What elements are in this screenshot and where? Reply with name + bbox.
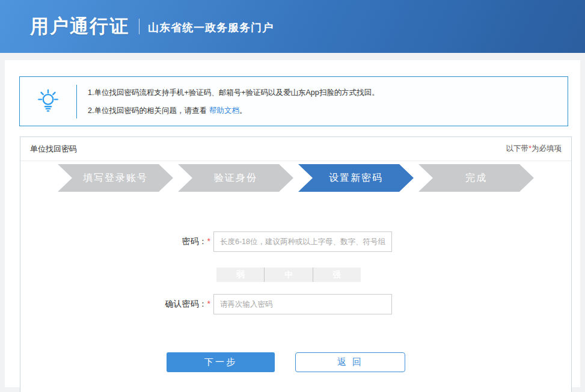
confirm-password-row: 确认密码：* (120, 294, 571, 314)
password-row: 密码：* (120, 231, 571, 252)
password-input[interactable] (213, 231, 392, 252)
password-strength-indicator: 弱 中 强 (216, 268, 361, 282)
panel-title: 单位找回密码 (30, 144, 77, 155)
new-password-form: 密码：* 弱 中 强 确认密码：* 下一步 返 回 (20, 231, 571, 372)
strength-weak: 弱 (216, 268, 264, 282)
confirm-password-label: 确认密码：* (120, 299, 213, 310)
lightbulb-icon (20, 87, 76, 116)
title-divider (139, 19, 139, 34)
password-label: 密码：* (120, 236, 213, 247)
confirm-password-input[interactable] (213, 294, 392, 314)
help-doc-link[interactable]: 帮助文档 (209, 106, 239, 115)
step-set-new-password: 设置新密码 (298, 164, 414, 192)
password-required-star: * (207, 236, 210, 246)
step-complete: 完成 (418, 164, 534, 192)
strength-strong: 强 (313, 268, 361, 282)
strength-medium: 中 (264, 268, 312, 282)
step-progress-bar: 填写登录账号 验证身份 设置新密码 完成 (58, 164, 534, 192)
next-step-button[interactable]: 下一步 (167, 352, 275, 372)
notice-box: 1.单位找回密码流程支持手机+验证码、邮箱号+验证码以及爱山东App扫脸的方式找… (19, 76, 568, 126)
notice-text: 1.单位找回密码流程支持手机+验证码、邮箱号+验证码以及爱山东App扫脸的方式找… (77, 84, 379, 120)
content-wrapper: 1.单位找回密码流程支持手机+验证码、邮箱号+验证码以及爱山东App扫脸的方式找… (5, 60, 580, 387)
back-button[interactable]: 返 回 (295, 352, 405, 372)
site-header: 用户通行证 山东省统一政务服务门户 (0, 0, 585, 53)
notice-line-2: 2.单位找回密码的相关问题，请查看帮助文档。 (88, 102, 379, 120)
panel-header: 单位找回密码 以下带*为必填项 (20, 137, 571, 161)
confirm-required-star: * (207, 299, 210, 308)
notice-line-1: 1.单位找回密码流程支持手机+验证码、邮箱号+验证码以及爱山东App扫脸的方式找… (88, 84, 379, 102)
step-fill-account: 填写登录账号 (58, 164, 173, 192)
button-row: 下一步 返 回 (167, 352, 571, 372)
password-recovery-panel: 单位找回密码 以下带*为必填项 填写登录账号 验证身份 设置新密码 完成 密码：… (20, 136, 572, 392)
site-title: 用户通行证 (30, 14, 129, 39)
required-note: 以下带*为必填项 (506, 144, 562, 154)
site-subtitle: 山东省统一政务服务门户 (148, 18, 274, 35)
step-verify-identity: 验证身份 (178, 164, 293, 192)
